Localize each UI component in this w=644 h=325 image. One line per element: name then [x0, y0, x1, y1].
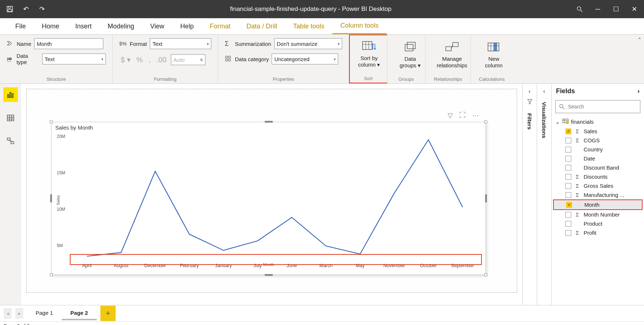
- svg-rect-1: [8, 7, 11, 8]
- field-month-number[interactable]: ΣMonth Number: [552, 210, 644, 219]
- menu-format[interactable]: Format: [202, 19, 239, 34]
- table-header-financials[interactable]: ⌄ financials: [552, 117, 644, 127]
- field-gross-sales[interactable]: ΣGross Sales: [552, 181, 644, 190]
- field-discounts[interactable]: ΣDiscounts: [552, 172, 644, 181]
- menu-file[interactable]: File: [7, 19, 34, 34]
- datacategory-select[interactable]: Uncategorized▾: [272, 53, 338, 64]
- visualizations-pane-collapsed[interactable]: ‹ Visualizations: [537, 84, 551, 305]
- report-canvas[interactable]: ▽ ⛶ ⋯ Sales by Month Sales 5M10M15M20MAp…: [26, 89, 517, 293]
- window-title: financial-sample-finished-update-query -…: [46, 5, 576, 13]
- report-view-icon[interactable]: [3, 87, 18, 102]
- more-options-icon[interactable]: ⋯: [472, 111, 479, 119]
- undo-icon[interactable]: ↶: [22, 5, 30, 13]
- minimize-icon[interactable]: ─: [594, 5, 602, 13]
- menu-help[interactable]: Help: [172, 19, 202, 34]
- sigma-icon: Σ: [575, 183, 580, 189]
- format-select[interactable]: Text▾: [150, 38, 211, 49]
- sort-by-column-button[interactable]: Sort by column ▾: [353, 37, 385, 68]
- svg-rect-24: [10, 92, 11, 98]
- expand-table-icon[interactable]: ⌄: [555, 119, 560, 125]
- group-label-properties: Properties: [225, 75, 342, 82]
- field-checkbox[interactable]: [565, 230, 571, 236]
- field-manufacturing-[interactable]: ΣManufacturing ...: [552, 190, 644, 199]
- svg-rect-15: [407, 42, 415, 49]
- field-product[interactable]: Product: [552, 219, 644, 228]
- field-checkbox[interactable]: [565, 156, 571, 162]
- expand-viz-icon[interactable]: ‹: [543, 88, 545, 95]
- summarization-select[interactable]: Don't summarize▾: [274, 38, 342, 49]
- manage-relationships-button[interactable]: Manage relationships: [432, 37, 472, 69]
- focus-mode-icon[interactable]: ⛶: [459, 111, 466, 119]
- search-icon[interactable]: [576, 5, 584, 13]
- decimals-input[interactable]: Auto⇅: [171, 54, 205, 65]
- currency-btn[interactable]: $ ▾: [119, 55, 132, 64]
- fields-search-input[interactable]: Search: [555, 100, 640, 113]
- menu-view[interactable]: View: [142, 19, 172, 34]
- save-icon[interactable]: [6, 5, 14, 13]
- field-cogs[interactable]: ΣCOGS: [552, 136, 644, 145]
- page-tab-2[interactable]: Page 2: [62, 307, 97, 320]
- sigma-icon: Σ: [575, 192, 580, 198]
- field-checkbox[interactable]: ✓: [566, 202, 572, 208]
- field-profit[interactable]: ΣProfit: [552, 228, 644, 237]
- svg-point-3: [577, 7, 581, 10]
- add-page-button[interactable]: +: [100, 306, 116, 321]
- collapse-fields-icon[interactable]: ›: [637, 87, 640, 95]
- field-country[interactable]: Country: [552, 145, 644, 154]
- field-checkbox[interactable]: [565, 174, 571, 180]
- data-groups-button[interactable]: Data groups ▾: [394, 37, 427, 69]
- decimal-btn[interactable]: .00: [155, 56, 168, 64]
- field-checkbox[interactable]: ✓: [565, 128, 571, 134]
- next-page-button[interactable]: ▸: [15, 308, 23, 319]
- datatype-select[interactable]: Text▾: [42, 53, 106, 64]
- sigma-icon: Σ: [575, 230, 580, 236]
- field-label: Date: [584, 155, 595, 162]
- maximize-icon[interactable]: ☐: [612, 5, 620, 13]
- field-checkbox[interactable]: [565, 183, 571, 189]
- field-discount-band[interactable]: Discount Band: [552, 163, 644, 172]
- menu-home[interactable]: Home: [34, 19, 67, 34]
- field-checkbox[interactable]: [565, 138, 571, 143]
- menu-modeling[interactable]: Modeling: [100, 19, 142, 34]
- chart-visual[interactable]: ▽ ⛶ ⋯ Sales by Month Sales 5M10M15M20MAp…: [51, 122, 486, 275]
- field-label: Manufacturing ...: [584, 192, 624, 198]
- sigma-icon: Σ: [575, 137, 580, 143]
- svg-rect-8: [225, 59, 227, 61]
- group-label-calculations: Calculations: [477, 75, 506, 82]
- menu-column-tools[interactable]: Column tools: [332, 18, 387, 34]
- field-month[interactable]: ✓Month: [553, 199, 643, 210]
- close-icon[interactable]: ✕: [630, 5, 638, 13]
- title-bar: ↶ ↷ financial-sample-finished-update-que…: [0, 0, 644, 18]
- menu-data-drill[interactable]: Data / Drill: [239, 19, 285, 34]
- redo-icon[interactable]: ↷: [38, 5, 46, 13]
- filter-visual-icon[interactable]: ▽: [448, 111, 453, 119]
- filters-pane-collapsed[interactable]: ‹ Filters: [522, 84, 537, 305]
- field-label: Product: [584, 221, 603, 227]
- svg-rect-25: [12, 94, 13, 98]
- field-checkbox[interactable]: [565, 212, 571, 218]
- data-view-icon[interactable]: [3, 111, 18, 125]
- svg-point-34: [560, 104, 563, 108]
- comma-btn[interactable]: ,: [147, 56, 152, 64]
- percent-btn[interactable]: %: [135, 56, 144, 64]
- new-column-button[interactable]: New column: [477, 37, 510, 69]
- menu-table-tools[interactable]: Table tools: [285, 19, 332, 34]
- name-input[interactable]: Month: [34, 38, 103, 49]
- field-checkbox[interactable]: [565, 147, 571, 152]
- field-date[interactable]: Date: [552, 154, 644, 163]
- field-checkbox[interactable]: [565, 165, 571, 171]
- summarization-label: Summarization: [235, 41, 271, 47]
- sigma-icon: Σ: [575, 174, 580, 180]
- field-checkbox[interactable]: [565, 192, 571, 198]
- svg-text:123: 123: [7, 57, 12, 60]
- field-checkbox[interactable]: [565, 221, 571, 227]
- svg-line-4: [581, 10, 583, 12]
- collapse-ribbon-icon[interactable]: ⌃: [637, 37, 642, 43]
- field-label: Month: [584, 202, 600, 208]
- expand-filters-icon[interactable]: ‹: [529, 88, 531, 95]
- page-tab-1[interactable]: Page 1: [27, 307, 62, 320]
- model-view-icon[interactable]: [3, 134, 18, 148]
- menu-insert[interactable]: Insert: [67, 19, 100, 34]
- field-sales[interactable]: ✓ΣSales: [552, 127, 644, 136]
- prev-page-button[interactable]: ◂: [4, 308, 12, 319]
